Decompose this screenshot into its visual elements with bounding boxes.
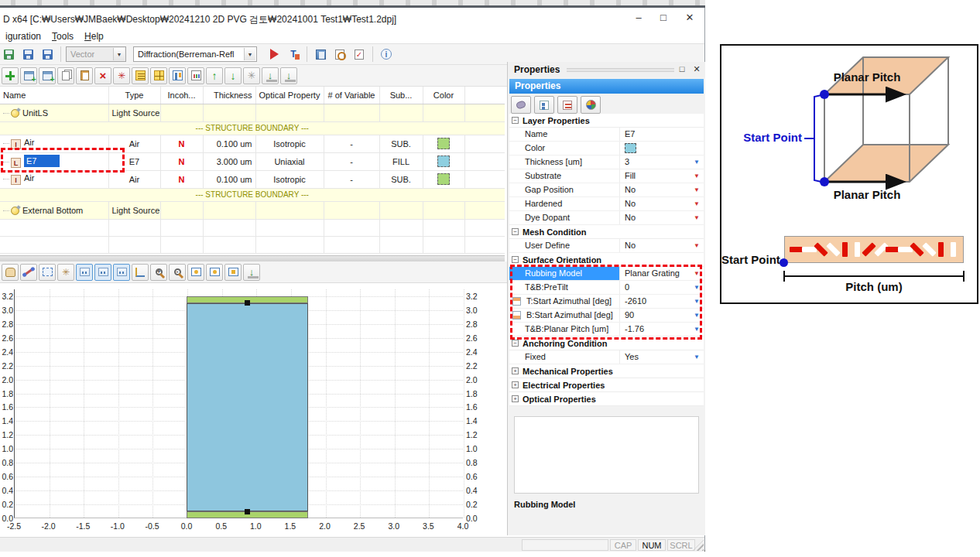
dropdown-arrow-icon[interactable]: ▼	[690, 183, 704, 196]
collapse-icon[interactable]: −	[512, 117, 519, 124]
property-row[interactable]: T&B:Planar Pitch [um]-1.76▼	[509, 323, 704, 337]
layer-shape-e7-layer[interactable]	[187, 303, 308, 511]
about-button[interactable]: i	[378, 46, 395, 63]
property-row[interactable]: Gap PositionNo▼	[509, 183, 704, 197]
property-label[interactable]: Dye Dopant	[509, 211, 620, 224]
table-row[interactable]: --- STRUCTURE BOUNDARY ---	[0, 188, 505, 201]
property-row[interactable]: FixedYes▼	[509, 350, 704, 364]
maximize-button[interactable]: □	[652, 8, 675, 28]
layer-list-button[interactable]	[132, 67, 149, 84]
property-value[interactable]: Yes	[620, 350, 690, 364]
fit-all-button[interactable]	[206, 264, 223, 281]
property-value[interactable]: No	[620, 211, 690, 224]
property-label[interactable]: Color	[509, 142, 620, 155]
dropdown-arrow-icon[interactable]: ▼	[690, 281, 704, 294]
menu-item-iguration[interactable]: iguration	[0, 29, 46, 43]
library-button[interactable]	[312, 46, 329, 63]
property-row[interactable]: NameE7	[509, 128, 704, 142]
insert-layer-below-button[interactable]	[39, 67, 56, 84]
property-row[interactable]: Dye DopantNo▼	[509, 211, 704, 225]
move-layer-down-button[interactable]: ↓	[224, 67, 242, 84]
select-region-button[interactable]	[39, 264, 56, 281]
fit-page-button[interactable]	[224, 264, 242, 281]
property-row[interactable]: Thickness [um]3▼	[509, 155, 704, 169]
drag-stripes[interactable]	[567, 68, 674, 72]
dropdown-arrow-icon[interactable]: ▼	[690, 155, 704, 169]
column-view-button[interactable]	[169, 67, 186, 84]
dropdown-arrow-icon[interactable]: ▼	[690, 323, 704, 336]
fit-width-button[interactable]	[187, 264, 204, 281]
table-row[interactable]: IAirAirN0.100 umIsotropic-SUB.	[0, 135, 505, 152]
dropdown-arrow-icon[interactable]: ▼	[690, 350, 704, 364]
add-layer-button[interactable]	[2, 67, 19, 84]
property-value[interactable]: -2610	[620, 295, 690, 308]
property-value[interactable]: No	[620, 197, 690, 210]
section-header-electrical-properties[interactable]: +Electrical Properties	[509, 378, 704, 392]
property-value[interactable]	[620, 142, 690, 155]
show-bottom-profile-toggle[interactable]	[94, 264, 111, 281]
property-label[interactable]: T&B:Planar Pitch [um]	[509, 323, 620, 336]
color-cell[interactable]	[423, 135, 464, 152]
expand-icon[interactable]: +	[512, 381, 519, 388]
layer-name-cell[interactable]: IAir	[0, 170, 108, 188]
show-grid-toggle[interactable]	[76, 264, 93, 281]
color-settings-button[interactable]	[581, 96, 601, 114]
check-settings-button[interactable]: ✓	[351, 46, 368, 63]
tree-view-button[interactable]	[534, 96, 554, 114]
clear-button[interactable]: ✳	[113, 67, 130, 84]
layer-name-cell[interactable]: UnitLS	[0, 104, 108, 121]
horizontal-splitter[interactable]	[0, 255, 505, 261]
table-row[interactable]: LE7E7N3.000 umUniaxial-FILL	[0, 152, 505, 170]
dropdown-arrow-icon[interactable]: ▼	[690, 211, 704, 224]
move-layer-up-button[interactable]: ↑	[206, 67, 223, 84]
insert-layer-above-button[interactable]	[20, 67, 37, 84]
resize-handle[interactable]	[245, 300, 250, 306]
property-label[interactable]: Hardened	[509, 197, 620, 210]
categorize-button[interactable]	[511, 96, 531, 114]
layer-name-cell[interactable]: IAir	[0, 135, 108, 152]
collapse-icon[interactable]: −	[512, 228, 519, 235]
vector-combo[interactable]: Vector ▼	[66, 46, 126, 62]
pan-tool-button[interactable]	[2, 264, 19, 281]
property-row[interactable]: B:Start Azimuthal [deg]90▼	[509, 309, 704, 323]
property-value[interactable]: -1.76	[620, 323, 690, 336]
dropdown-arrow-icon[interactable]: ▼	[690, 239, 704, 252]
property-label[interactable]: B:Start Azimuthal [deg]	[509, 309, 620, 322]
color-swatch[interactable]	[437, 155, 450, 167]
layer-grid-button[interactable]	[150, 67, 167, 84]
structure-cross-section-chart[interactable]: 0.00.00.20.20.40.40.60.60.80.81.01.01.21…	[0, 283, 505, 535]
section-header-layer-properties[interactable]: −Layer Properties	[509, 114, 704, 128]
zoom-out-button[interactable]: -	[169, 264, 186, 281]
property-value[interactable]: Fill	[620, 169, 690, 183]
expand-icon[interactable]: +	[512, 367, 519, 374]
import-button[interactable]: ↓	[262, 67, 279, 84]
dropdown-arrow-icon[interactable]: ▼	[690, 197, 704, 210]
new-project-button[interactable]	[0, 46, 17, 63]
property-label[interactable]: T&B:PreTilt	[509, 281, 620, 294]
property-row[interactable]: T&B:PreTilt0▼	[509, 281, 704, 295]
property-row[interactable]: HardenedNo▼	[509, 197, 704, 211]
layer-name-cell[interactable]: External Bottom	[0, 201, 108, 219]
solver-combo[interactable]: Diffraction(Berreman-Refl ▼	[133, 46, 257, 62]
section-header-optical-properties[interactable]: +Optical Properties	[509, 392, 704, 406]
section-header-surface-orientation[interactable]: −Surface Orientation	[509, 253, 704, 267]
delete-layer-button[interactable]: ×	[94, 67, 111, 84]
dropdown-arrow-icon[interactable]: ▼	[690, 267, 704, 280]
property-row[interactable]: Color	[509, 142, 704, 155]
color-cell[interactable]	[423, 104, 464, 121]
chart-view-button[interactable]	[187, 67, 204, 84]
save-button[interactable]	[19, 46, 36, 63]
collapse-icon[interactable]: −	[512, 340, 519, 347]
section-header-mesh-condition[interactable]: −Mesh Condition	[509, 225, 704, 239]
property-value[interactable]: 90	[620, 309, 690, 322]
property-value[interactable]: 3	[620, 155, 690, 169]
property-value[interactable]: E7	[620, 128, 690, 141]
color-swatch[interactable]	[437, 138, 450, 149]
optimize-button[interactable]: ✳	[243, 67, 260, 84]
table-row[interactable]: External BottomLight Source	[0, 201, 505, 219]
color-swatch[interactable]	[625, 143, 636, 153]
axis-button[interactable]	[132, 264, 149, 281]
minimize-button[interactable]: –	[627, 8, 650, 28]
expand-icon[interactable]: +	[512, 395, 519, 402]
text-tool-button[interactable]: T	[285, 46, 302, 63]
